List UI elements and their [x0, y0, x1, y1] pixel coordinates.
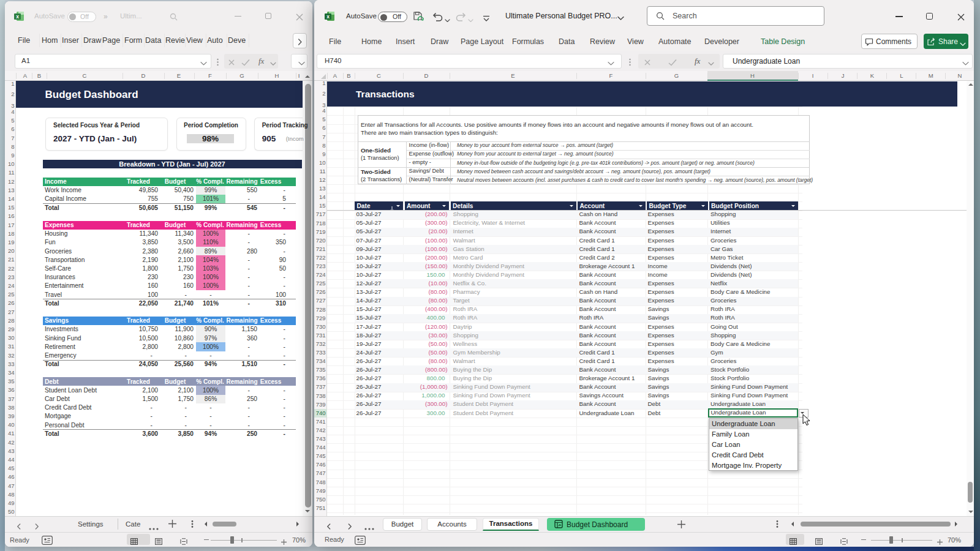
svg-text:x: x: [16, 13, 19, 20]
svg-text:x: x: [326, 13, 330, 20]
